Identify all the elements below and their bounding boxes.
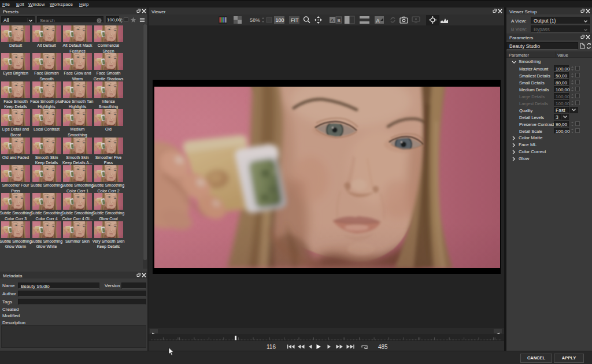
svg-text:58%: 58% <box>250 17 260 23</box>
svg-text:B: B <box>338 18 341 23</box>
svg-text:100: 100 <box>276 17 284 23</box>
svg-text:A: A <box>331 18 334 23</box>
svg-text:A: A <box>376 18 380 24</box>
svg-text:FIT: FIT <box>291 17 299 23</box>
